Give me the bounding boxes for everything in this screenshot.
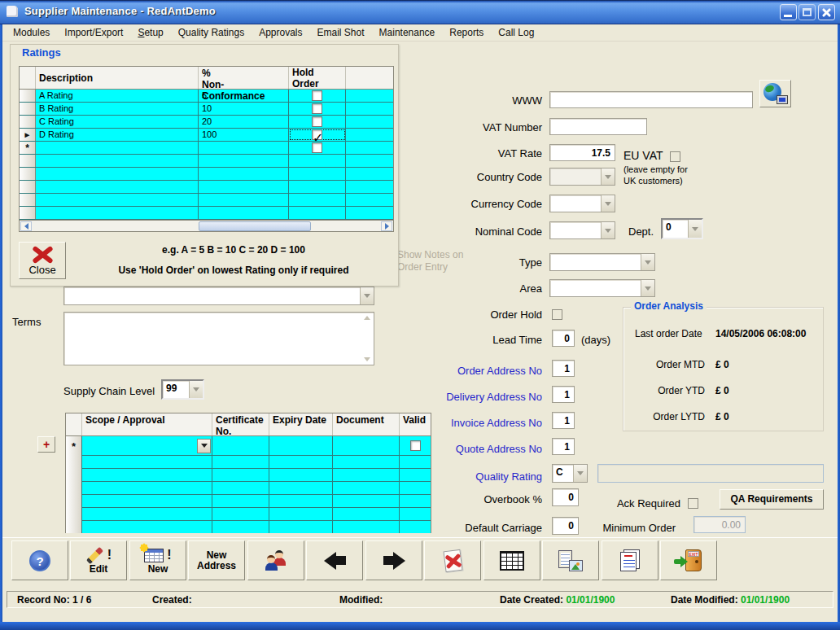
add-approval-button[interactable]: + (37, 436, 55, 453)
overbook-input[interactable]: 0 (552, 488, 579, 506)
description-cell[interactable]: B Rating (36, 103, 199, 115)
menu-item-modules[interactable]: Modules (6, 25, 57, 40)
menu-item-call-log[interactable]: Call Log (491, 25, 541, 40)
scroll-right-icon[interactable] (381, 221, 392, 231)
title-bar[interactable]: Supplier Maintenance - RedAntDemo (0, 0, 840, 24)
non-conformance-cell[interactable]: 100 (199, 129, 289, 141)
partially-hidden-select[interactable] (63, 287, 374, 305)
description-cell[interactable]: C Rating (36, 116, 199, 128)
supplier-contacts-button[interactable] (247, 540, 304, 580)
menu-item-setup[interactable]: Setup (130, 25, 170, 40)
dept-select[interactable]: 0 (661, 218, 703, 239)
exit-button[interactable]: EXIT (660, 540, 717, 580)
order-hold-checkbox[interactable] (552, 309, 562, 320)
country-code-select[interactable] (549, 168, 615, 186)
hold-order-cell[interactable] (289, 103, 346, 115)
certificate-cell[interactable] (212, 436, 269, 455)
hold-order-cell[interactable]: ✓ (289, 129, 346, 141)
maximize-button[interactable] (798, 4, 816, 20)
hold-order-checkbox[interactable] (312, 116, 322, 127)
menu-item-maintenance[interactable]: Maintenance (372, 25, 443, 40)
table-row-empty[interactable] (20, 155, 393, 168)
default-carriage-input[interactable]: 0 (552, 517, 579, 535)
close-button[interactable] (818, 4, 835, 20)
invoice-address-input[interactable]: 1 (552, 412, 575, 429)
vat-rate-input[interactable]: 17.5 (549, 144, 615, 161)
help-button[interactable]: ? (11, 540, 68, 580)
table-row-d-rating-selected[interactable]: ► D Rating 100 ✓ (20, 129, 393, 142)
table-row-empty[interactable] (66, 469, 431, 482)
non-conformance-cell[interactable] (199, 142, 289, 154)
menu-item-email-shot[interactable]: Email Shot (310, 25, 372, 40)
menu-item-import-export[interactable]: Import/Export (57, 25, 130, 40)
documents-button[interactable] (602, 540, 658, 580)
scroll-left-icon[interactable] (20, 221, 32, 231)
new-row-marker[interactable]: * (20, 142, 36, 154)
nominal-code-select[interactable] (549, 221, 615, 239)
row-header[interactable] (20, 103, 36, 115)
hold-order-cell[interactable] (289, 116, 346, 128)
table-row-a-rating[interactable]: A Rating 5 (20, 90, 393, 103)
expiry-cell[interactable] (269, 436, 333, 455)
document-cell[interactable] (333, 436, 400, 455)
menu-item-reports[interactable]: Reports (442, 25, 491, 40)
hold-order-cell[interactable] (289, 90, 346, 102)
previous-record-button[interactable] (306, 540, 363, 580)
qa-requirements-button[interactable]: QA Requirements (720, 489, 824, 510)
menu-item-quality-ratings[interactable]: Quality Ratings (171, 25, 252, 40)
table-row-empty[interactable] (66, 456, 431, 469)
minimize-button[interactable] (780, 4, 797, 20)
lead-time-input[interactable]: 0 (552, 330, 575, 347)
quote-address-input[interactable]: 1 (552, 438, 575, 455)
horizontal-scrollbar[interactable] (20, 220, 393, 231)
new-button[interactable]: ! New (129, 540, 186, 580)
table-row-empty[interactable] (20, 194, 393, 207)
row-header[interactable] (20, 116, 36, 128)
scrollbar-thumb[interactable] (199, 221, 311, 231)
non-conformance-cell[interactable]: 10 (199, 103, 289, 115)
description-cell[interactable]: A Rating (36, 90, 199, 102)
non-conformance-cell[interactable]: 20 (199, 116, 289, 128)
non-conformance-cell[interactable]: 5 (199, 90, 289, 102)
hold-order-checkbox[interactable] (312, 103, 322, 114)
area-select[interactable] (549, 279, 655, 297)
next-record-button[interactable] (365, 540, 422, 580)
order-address-input[interactable]: 1 (552, 360, 575, 377)
table-row-empty[interactable] (20, 207, 393, 220)
valid-cell[interactable] (400, 436, 431, 455)
table-row-empty[interactable] (66, 521, 431, 533)
scope-cell[interactable] (82, 436, 212, 455)
table-row-empty[interactable] (20, 181, 393, 194)
scroll-up-icon[interactable] (363, 316, 371, 320)
edit-button[interactable]: ! Edit (70, 540, 127, 580)
ratings-close-button[interactable]: Close (19, 242, 66, 279)
description-cell[interactable] (36, 142, 199, 154)
eu-vat-checkbox[interactable] (670, 151, 680, 162)
table-row-b-rating[interactable]: B Rating 10 (20, 103, 393, 116)
hold-order-cell[interactable] (289, 142, 346, 154)
delete-record-button[interactable] (424, 540, 481, 580)
vat-number-input[interactable] (549, 118, 647, 135)
new-address-button[interactable]: New Address (188, 540, 245, 580)
hold-order-checkbox-checked[interactable]: ✓ (312, 129, 322, 140)
table-row-new[interactable]: * (20, 142, 393, 155)
description-cell[interactable]: D Rating (36, 129, 199, 141)
type-select[interactable] (549, 253, 655, 271)
menu-item-approvals[interactable]: Approvals (252, 25, 309, 40)
quality-rating-select[interactable]: C (552, 464, 588, 483)
table-row-new[interactable]: * (66, 436, 431, 456)
table-row-empty[interactable] (66, 482, 431, 495)
table-row-c-rating[interactable]: C Rating 20 (20, 116, 393, 129)
scope-dropdown-button[interactable] (197, 439, 211, 453)
print-preview-button[interactable] (542, 540, 599, 580)
supply-chain-level-select[interactable]: 99 (161, 379, 204, 400)
ack-required-checkbox[interactable] (688, 498, 698, 509)
current-row-marker[interactable]: ► (20, 129, 36, 141)
delivery-address-input[interactable]: 1 (552, 386, 575, 403)
www-input[interactable] (549, 91, 753, 108)
valid-checkbox[interactable] (410, 440, 421, 451)
grid-view-button[interactable] (483, 540, 540, 580)
table-row-empty[interactable] (66, 508, 431, 521)
table-row-empty[interactable] (66, 495, 431, 508)
terms-textarea[interactable] (63, 312, 374, 365)
